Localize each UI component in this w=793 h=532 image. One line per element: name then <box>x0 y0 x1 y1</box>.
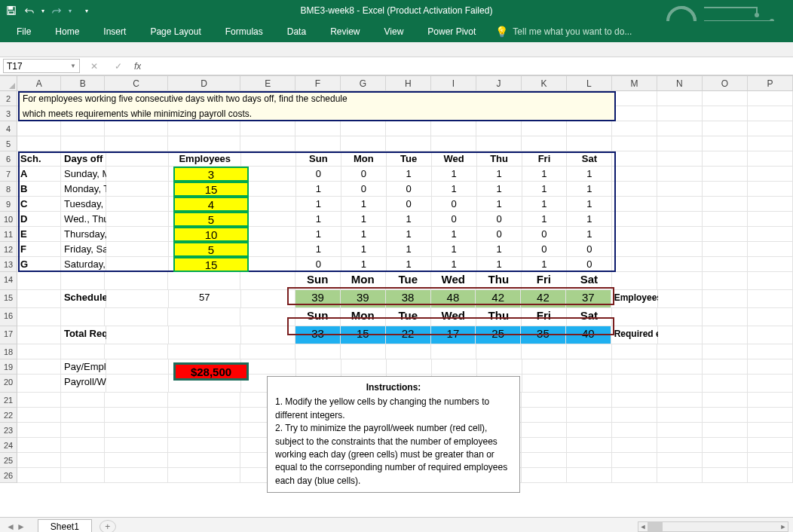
row-header[interactable]: 4 <box>0 121 17 136</box>
cell[interactable] <box>703 242 748 257</box>
cell[interactable] <box>17 453 61 468</box>
cell[interactable]: 33 <box>295 326 341 344</box>
sheet-prev-icon[interactable]: ◄ <box>6 521 15 532</box>
col-header[interactable]: L <box>567 76 612 91</box>
cell[interactable] <box>105 438 167 453</box>
cell[interactable]: Fri <box>522 308 567 326</box>
cell[interactable] <box>703 308 748 326</box>
cell[interactable]: 1 <box>522 197 568 212</box>
save-icon[interactable] <box>3 3 20 18</box>
payroll-value[interactable]: $28,500 <box>173 362 249 381</box>
cell[interactable]: Employees working each day <box>611 290 658 308</box>
cell[interactable] <box>431 344 476 359</box>
cell[interactable] <box>168 344 241 359</box>
cell[interactable] <box>748 182 793 197</box>
col-header[interactable]: N <box>657 76 703 91</box>
row-header[interactable]: 11 <box>0 227 17 242</box>
cell[interactable] <box>748 91 793 106</box>
cell[interactable] <box>168 438 241 453</box>
cell[interactable] <box>169 212 241 227</box>
cell[interactable] <box>105 308 167 326</box>
row-header[interactable]: 15 <box>0 290 17 308</box>
cell[interactable]: 0 <box>387 182 432 197</box>
cell[interactable]: 1 <box>567 167 612 182</box>
tab-view[interactable]: View <box>374 23 415 40</box>
cell[interactable] <box>17 136 61 151</box>
cell[interactable] <box>748 136 793 151</box>
cell[interactable] <box>476 91 522 106</box>
cell[interactable]: Days off <box>61 151 106 167</box>
cell[interactable] <box>703 453 748 468</box>
sheet-tab[interactable]: Sheet1 <box>38 519 92 532</box>
col-header[interactable]: J <box>476 76 522 91</box>
cell[interactable] <box>105 121 167 136</box>
cell[interactable] <box>169 197 241 212</box>
col-header[interactable]: K <box>522 76 567 91</box>
cell[interactable] <box>295 106 341 121</box>
col-header[interactable]: M <box>612 76 657 91</box>
cell[interactable] <box>61 308 105 326</box>
tell-me-box[interactable]: 💡 Tell me what you want to do... <box>495 26 632 38</box>
cell[interactable] <box>703 359 748 375</box>
tab-home[interactable]: Home <box>44 23 90 40</box>
row-header[interactable]: 17 <box>0 326 17 344</box>
cell[interactable]: Employees <box>169 151 241 167</box>
cell[interactable] <box>522 136 567 151</box>
cell[interactable] <box>612 453 657 468</box>
col-header[interactable]: H <box>386 76 431 91</box>
cell[interactable] <box>748 242 793 257</box>
cell[interactable] <box>240 308 295 326</box>
cell[interactable] <box>657 272 703 290</box>
cell[interactable]: Wed <box>432 151 477 167</box>
cell[interactable] <box>522 359 568 375</box>
col-header[interactable]: E <box>240 76 295 91</box>
col-header[interactable]: B <box>61 76 105 91</box>
cell[interactable] <box>241 212 295 227</box>
cell[interactable] <box>241 197 295 212</box>
cell[interactable] <box>106 197 169 212</box>
cell[interactable] <box>657 257 703 272</box>
cell[interactable] <box>341 344 386 359</box>
tab-review[interactable]: Review <box>320 23 370 40</box>
cell[interactable] <box>341 359 387 375</box>
cell[interactable] <box>748 423 793 438</box>
cell[interactable] <box>241 290 295 308</box>
cell[interactable] <box>748 453 793 468</box>
tab-page-layout[interactable]: Page Layout <box>139 23 211 40</box>
cell[interactable]: G <box>17 257 61 272</box>
cell[interactable]: Tuesday, Wed. <box>61 197 106 212</box>
cell[interactable] <box>703 227 748 242</box>
cell[interactable] <box>567 121 612 136</box>
undo-dropdown-icon[interactable]: ▾ <box>39 3 47 18</box>
cell[interactable]: 1 <box>296 197 341 212</box>
cell[interactable]: 37 <box>566 290 611 308</box>
cell[interactable] <box>17 272 61 290</box>
row-header[interactable]: 12 <box>0 242 17 257</box>
row-header[interactable]: 14 <box>0 272 17 290</box>
cell[interactable] <box>431 136 476 151</box>
cell[interactable] <box>106 375 169 393</box>
cell[interactable] <box>61 121 105 136</box>
cell[interactable]: Tue <box>386 308 431 326</box>
cell[interactable]: Sat <box>567 272 612 290</box>
cell[interactable] <box>657 423 703 438</box>
row-header[interactable]: 21 <box>0 393 17 408</box>
cell[interactable] <box>748 197 793 212</box>
cell[interactable] <box>748 344 793 359</box>
cell[interactable]: Thu <box>476 272 522 290</box>
cell[interactable] <box>567 344 612 359</box>
cell[interactable] <box>567 438 612 453</box>
cell[interactable] <box>612 359 657 375</box>
cell[interactable]: 0 <box>432 197 477 212</box>
cell[interactable] <box>168 468 241 483</box>
scroll-right-icon[interactable]: ► <box>779 522 788 531</box>
cell[interactable]: Monday, Tuesday <box>61 182 106 197</box>
cell[interactable] <box>241 182 295 197</box>
cell[interactable]: Required employees working each day <box>611 326 658 344</box>
cell[interactable] <box>703 326 748 344</box>
cell[interactable]: 38 <box>386 290 431 308</box>
cell[interactable] <box>703 438 748 453</box>
cell[interactable] <box>748 272 793 290</box>
cell[interactable]: 1 <box>567 182 612 197</box>
cell[interactable] <box>522 106 567 121</box>
